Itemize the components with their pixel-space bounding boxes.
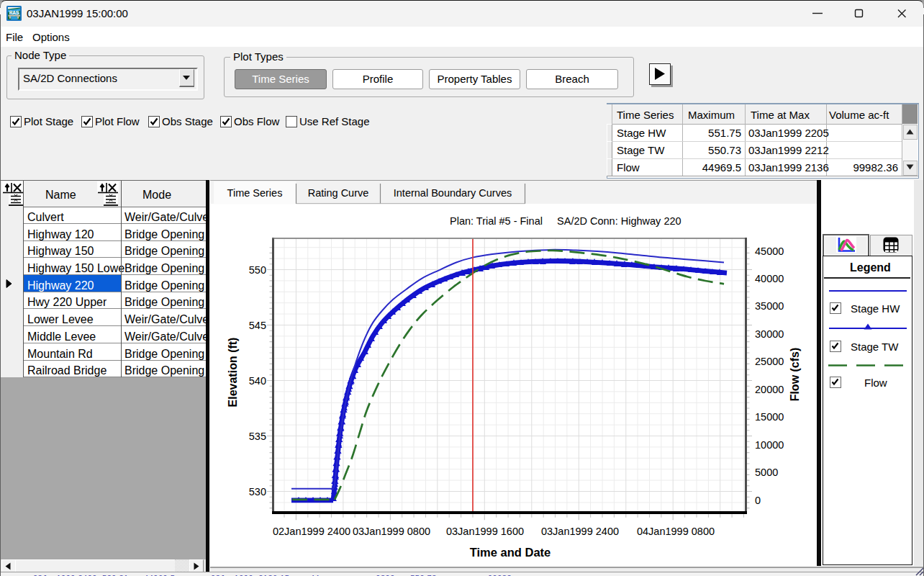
svg-text:20000: 20000 — [755, 384, 784, 395]
svg-text:04Jan1999 0800: 04Jan1999 0800 — [637, 526, 715, 537]
svg-text:Time Series: Time Series — [227, 187, 283, 199]
svg-text:5000: 5000 — [755, 467, 778, 478]
svg-text:540: 540 — [249, 375, 266, 387]
svg-text:Plan: Trial #5 - Final SA/: Plan: Trial #5 - Final SA/2D Conn: Highw… — [450, 215, 681, 227]
svg-text:535: 535 — [249, 431, 266, 442]
svg-text:Flow (cfs): Flow (cfs) — [789, 348, 801, 402]
svg-text:545: 545 — [249, 320, 266, 331]
svg-text:30000: 30000 — [755, 328, 784, 340]
svg-text:25000: 25000 — [755, 356, 784, 367]
svg-text:03Jan1999 0800: 03Jan1999 0800 — [353, 526, 430, 537]
svg-text:Internal Boundary Curves: Internal Boundary Curves — [394, 187, 512, 199]
svg-text:15000: 15000 — [755, 411, 784, 423]
svg-text:Time and Date: Time and Date — [470, 546, 551, 559]
svg-text:10000: 10000 — [755, 439, 784, 451]
svg-text:550: 550 — [249, 264, 266, 276]
svg-text:Elevation (ft): Elevation (ft) — [227, 338, 239, 408]
svg-text:40000: 40000 — [755, 273, 784, 284]
svg-text:03Jan1999 1600: 03Jan1999 1600 — [446, 526, 524, 537]
svg-text:530: 530 — [249, 486, 266, 498]
svg-text:RAS: RAS — [9, 10, 19, 15]
svg-text:0: 0 — [755, 495, 761, 506]
svg-text:35000: 35000 — [755, 300, 784, 312]
svg-text:45000: 45000 — [755, 246, 784, 257]
svg-text:03Jan1999 2400: 03Jan1999 2400 — [541, 526, 619, 537]
svg-text:Rating Curve: Rating Curve — [308, 187, 369, 199]
svg-text:02Jan1999 2400: 02Jan1999 2400 — [273, 526, 350, 537]
